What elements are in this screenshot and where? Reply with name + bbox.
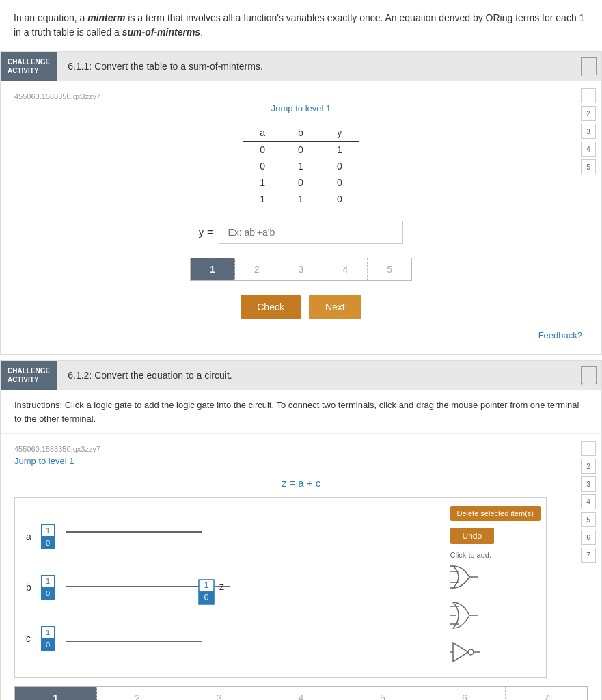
col-y-header: y [320,124,358,142]
level-markers-1: 2 3 4 5 [581,88,596,174]
equation-input[interactable] [219,221,403,244]
challenge-title-1: 6.1.1: Convert the table to a sum-of-min… [57,52,577,81]
table-row: 0 1 0 [243,158,358,174]
step-circuit-6[interactable]: 6 [424,687,506,700]
feedback-link-1[interactable]: Feedback? [538,330,582,340]
step-circuit-4[interactable]: 4 [260,687,342,700]
not-gate-svg [450,640,489,664]
cell-a-3: 1 [243,191,282,207]
toggle-b-top[interactable]: 1 [41,575,55,587]
table-row: 0 0 1 [243,142,358,159]
circuit-instructions: Instructions: Click a logic gate to add … [1,390,601,434]
challenge-label-1: CHALLENGE ACTIVITY [1,52,57,81]
col-a-header: a [243,124,282,142]
undo-button[interactable]: Undo [450,528,495,544]
activity-id-1: 455060.1583350.qx3zzy7 [14,92,588,100]
input-row-b: b 1 0 [26,575,55,600]
level-marker-2-7: 7 [581,548,596,563]
circuit-inputs: a 1 0 b 1 0 [15,498,66,677]
steps-row-circuit: 1 2 3 4 5 6 7 [14,686,588,700]
steps-container-1: 1 2 3 4 5 [14,258,588,281]
level-marker-1-3: 3 [581,124,596,139]
jump-to-level-1[interactable]: Jump to level 1 [14,103,588,113]
input-toggle-a: 1 0 [41,524,55,549]
cell-y-1: 0 [320,158,358,174]
input-label-c: c [26,633,37,644]
input-row-a: a 1 0 [26,524,55,549]
challenge-body-1: 2 3 4 5 455060.1583350.qx3zzy7 Jump to l… [1,81,601,354]
step-circuit-3[interactable]: 3 [178,687,260,700]
check-button[interactable]: Check [241,295,301,319]
toggle-b-bottom[interactable]: 0 [41,587,55,600]
toggle-c-top[interactable]: 1 [41,626,55,638]
level-marker-1-5: 5 [581,159,596,174]
activity-1-block: CHALLENGE ACTIVITY 6.1.1: Convert the ta… [0,51,602,355]
or-gate-svg-1 [450,563,489,591]
input-label-a: a [26,531,37,542]
circuit-right-panel: Delete selected item(s) Undo Click to ad… [450,506,541,667]
table-row: 1 1 0 [243,191,358,207]
challenge-icon-1 [577,52,601,81]
cell-a-2: 1 [243,174,282,191]
intro-end: . [200,27,203,38]
challenge-header-2: CHALLENGE ACTIVITY 6.1.2: Convert the eq… [1,361,601,390]
cell-a-1: 0 [243,158,282,174]
level-marker-2-2: 2 [581,459,596,474]
challenge-title-2: 6.1.2: Convert the equation to a circuit… [57,361,577,390]
challenge-body-2: 2 3 4 5 6 7 455060.1583350.qx3zzy7 Jump … [1,434,601,700]
toggle-c-bottom[interactable]: 0 [41,638,55,651]
cell-y-3: 0 [320,191,358,207]
steps-row-1: 1 2 3 4 5 [190,258,412,281]
challenge-icon-2 [577,361,601,390]
toggle-a-top[interactable]: 1 [41,524,55,537]
delete-selected-button[interactable]: Delete selected item(s) [450,506,541,521]
gate-not[interactable] [450,640,489,667]
cell-y-2: 0 [320,174,358,191]
equation-label: y = [199,226,214,239]
buttons-row-1: Check Next [14,295,588,319]
cell-b-3: 1 [282,191,320,207]
cell-a-0: 0 [243,142,282,159]
truth-table-container: a b y 0 0 1 0 1 [14,124,588,207]
level-markers-2: 2 3 4 5 6 7 [581,441,596,563]
toggle-a-bottom[interactable]: 0 [41,537,55,549]
step-circuit-7[interactable]: 7 [506,687,587,700]
step-1[interactable]: 1 [191,258,235,280]
level-marker-2-5: 5 [581,512,596,527]
input-toggle-b: 1 0 [41,575,55,600]
step-circuit-2[interactable]: 2 [97,687,179,700]
svg-text:1: 1 [204,580,209,590]
cell-b-2: 0 [282,174,320,191]
equation-row: y = [14,221,588,244]
level-marker-2-6: 6 [581,530,596,545]
next-button[interactable]: Next [309,295,361,319]
intro-before: In an equation, a [14,12,87,23]
col-b-header: b [282,124,320,142]
step-3[interactable]: 3 [279,258,324,280]
z-equation: z = a + c [14,477,588,489]
input-label-b: b [26,582,37,593]
circuit-area: a 1 0 b 1 0 [14,497,547,678]
level-marker-2-3: 3 [581,476,596,492]
step-circuit-5[interactable]: 5 [342,687,424,700]
step-5[interactable]: 5 [368,258,411,280]
level-marker-2-1 [581,441,596,456]
step-circuit-1[interactable]: 1 [15,687,97,700]
step-4[interactable]: 4 [323,258,368,280]
input-toggle-c: 1 0 [41,626,55,651]
jump-to-level-2[interactable]: Jump to level 1 [14,456,588,466]
level-marker-1-1 [581,88,596,103]
level-marker-1-2: 2 [581,106,596,121]
sum-of-minterms-term: sum-of-minterms [122,27,200,38]
activity-id-2: 455060.1583350.qx3zzy7 [14,445,588,453]
gate-or-2[interactable] [450,600,489,633]
step-2[interactable]: 2 [235,258,279,280]
challenge-label-2: CHALLENGE ACTIVITY [1,361,57,390]
feedback-row-1: Feedback? [14,330,588,340]
click-to-add-label: Click to add. [450,551,492,559]
svg-marker-18 [453,643,468,662]
gate-or-1[interactable] [450,563,489,593]
level-marker-2-4: 4 [581,494,596,509]
bookmark-icon-1 [581,57,597,76]
cell-b-0: 0 [282,142,320,159]
